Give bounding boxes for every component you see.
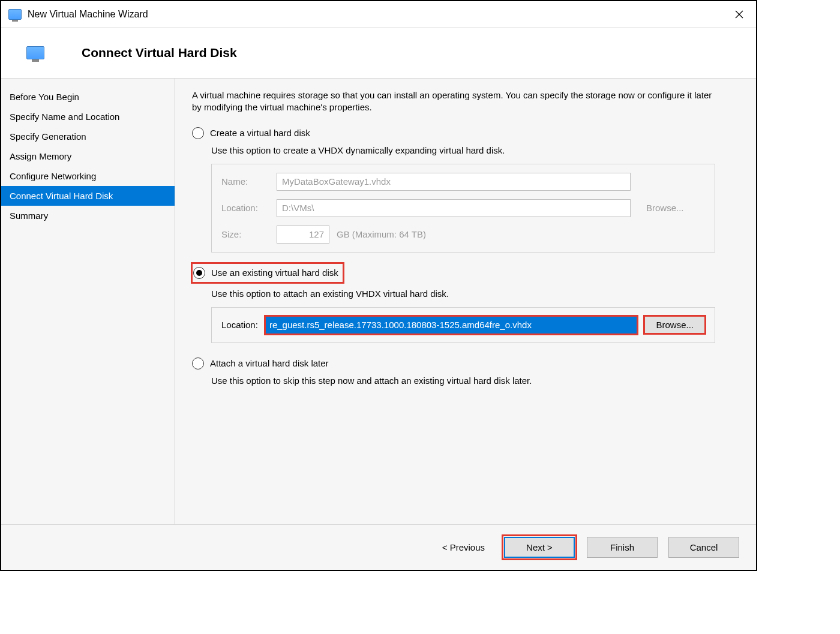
location-input: D:\VMs\ — [277, 199, 631, 217]
sidebar-item-summary[interactable]: Summary — [1, 206, 175, 226]
location-label: Location: — [221, 203, 269, 213]
create-disk-fields: Name: MyDataBoxGateway1.vhdx Location: D… — [211, 164, 715, 253]
existing-location-input[interactable]: re_guest.rs5_release.17733.1000.180803-1… — [265, 316, 638, 334]
sidebar-item-specify-generation[interactable]: Specify Generation — [1, 127, 175, 146]
existing-location-input-wrap: re_guest.rs5_release.17733.1000.180803-1… — [265, 316, 638, 334]
sidebar-item-connect-virtual-hard-disk[interactable]: Connect Virtual Hard Disk — [1, 186, 175, 206]
option-later-header[interactable]: Attach a virtual hard disk later — [192, 357, 739, 369]
option-existing-title: Use an existing virtual hard disk — [211, 268, 338, 278]
existing-disk-fields: Location: re_guest.rs5_release.17733.100… — [211, 307, 715, 343]
wizard-header: Connect Virtual Hard Disk — [1, 28, 756, 79]
wizard-body: Before You Begin Specify Name and Locati… — [1, 79, 756, 524]
close-button[interactable] — [727, 2, 751, 26]
sidebar-item-specify-name-location[interactable]: Specify Name and Location — [1, 107, 175, 127]
page-description: A virtual machine requires storage so th… — [192, 89, 720, 114]
cancel-button[interactable]: Cancel — [668, 537, 739, 558]
window-title: New Virtual Machine Wizard — [28, 9, 721, 20]
page-title: Connect Virtual Hard Disk — [82, 46, 237, 60]
sidebar-item-assign-memory[interactable]: Assign Memory — [1, 146, 175, 166]
option-create-title: Create a virtual hard disk — [210, 128, 310, 138]
name-label: Name: — [221, 176, 269, 187]
radio-existing-disk[interactable] — [193, 267, 205, 279]
sidebar-item-before-you-begin[interactable]: Before You Begin — [1, 87, 175, 107]
option-create-subtitle: Use this option to create a VHDX dynamic… — [211, 145, 739, 155]
browse-existing-wrap: Browse... — [644, 316, 705, 333]
next-button-wrap: Next > — [503, 536, 576, 559]
existing-location-label: Location: — [221, 320, 258, 330]
name-input: MyDataBoxGateway1.vhdx — [277, 173, 631, 191]
option-create-header[interactable]: Create a virtual hard disk — [192, 127, 739, 139]
finish-button[interactable]: Finish — [587, 537, 658, 558]
close-icon — [735, 10, 743, 19]
option-existing-disk: Use an existing virtual hard disk Use th… — [192, 263, 739, 343]
size-unit: GB (Maximum: 64 TB) — [337, 229, 426, 239]
option-later-subtitle: Use this option to skip this step now an… — [211, 375, 739, 386]
browse-existing-button[interactable]: Browse... — [644, 316, 705, 333]
radio-create-disk[interactable] — [192, 127, 204, 139]
wizard-steps-sidebar: Before You Begin Specify Name and Locati… — [1, 79, 175, 524]
browse-create-disabled: Browse... — [646, 203, 684, 213]
option-existing-subtitle: Use this option to attach an existing VH… — [211, 289, 739, 299]
option-later-title: Attach a virtual hard disk later — [210, 358, 329, 368]
next-button[interactable]: Next > — [504, 537, 575, 558]
wizard-main: A virtual machine requires storage so th… — [175, 79, 756, 524]
radio-attach-later[interactable] — [192, 357, 204, 369]
wizard-footer: < Previous Next > Finish Cancel — [1, 524, 756, 570]
monitor-icon — [8, 9, 22, 20]
sidebar-item-configure-networking[interactable]: Configure Networking — [1, 166, 175, 186]
size-input: 127 — [277, 226, 329, 244]
size-label: Size: — [221, 229, 269, 239]
titlebar: New Virtual Machine Wizard — [1, 1, 756, 28]
monitor-icon — [26, 46, 44, 59]
option-create-disk: Create a virtual hard disk Use this opti… — [192, 127, 739, 253]
option-attach-later: Attach a virtual hard disk later Use thi… — [192, 357, 739, 386]
option-existing-header[interactable]: Use an existing virtual hard disk — [192, 263, 343, 283]
previous-button[interactable]: < Previous — [442, 542, 485, 552]
